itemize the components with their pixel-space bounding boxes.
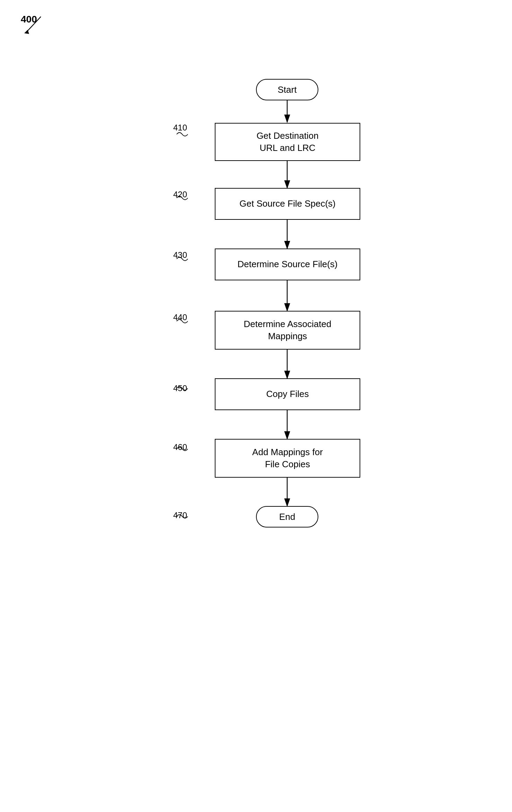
- step-450-text: Copy Files: [266, 388, 309, 400]
- step-label-420: 420: [173, 190, 187, 199]
- end-label: End: [279, 512, 295, 522]
- step-label-470: 470: [173, 511, 187, 520]
- step-410-text: Get DestinationURL and LRC: [256, 130, 318, 154]
- step-460-box: Add Mappings forFile Copies: [215, 439, 360, 478]
- end-node: End: [256, 506, 318, 527]
- svg-line-0: [26, 17, 41, 32]
- step-410-box: Get DestinationURL and LRC: [215, 123, 360, 161]
- step-440-box: Determine AssociatedMappings: [215, 311, 360, 350]
- figure-arrow-icon: [20, 13, 48, 37]
- step-430-text: Determine Source File(s): [238, 258, 338, 270]
- step-label-450: 450: [173, 384, 187, 393]
- step-440-text: Determine AssociatedMappings: [244, 318, 332, 342]
- start-node: Start: [256, 79, 318, 100]
- step-450-box: Copy Files: [215, 378, 360, 410]
- step-430-box: Determine Source File(s): [215, 249, 360, 280]
- step-label-460: 460: [173, 442, 187, 452]
- step-label-410: 410: [173, 123, 187, 133]
- step-420-box: Get Source File Spec(s): [215, 188, 360, 220]
- step-460-text: Add Mappings forFile Copies: [252, 446, 323, 470]
- start-label: Start: [278, 84, 297, 95]
- step-label-440: 440: [173, 313, 187, 322]
- step-420-text: Get Source File Spec(s): [239, 198, 335, 210]
- diagram-container: 400: [0, 0, 512, 812]
- step-label-430: 430: [173, 250, 187, 260]
